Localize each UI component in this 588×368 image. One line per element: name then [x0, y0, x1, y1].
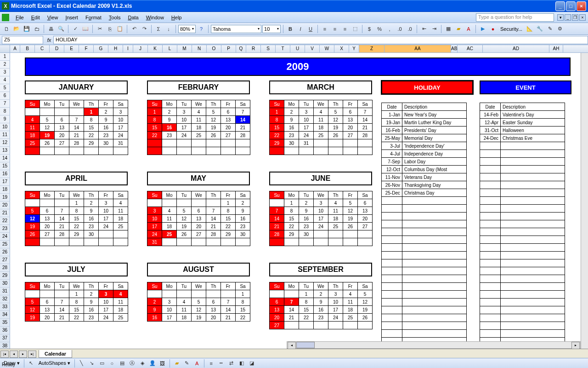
cut-icon[interactable]: ✂	[95, 24, 104, 34]
help-search-input[interactable]: Type a question for help	[476, 13, 554, 22]
row-header-2[interactable]: 2	[0, 61, 10, 69]
row-header-17[interactable]: 17	[0, 178, 10, 186]
menu-file[interactable]: File	[12, 14, 28, 21]
paste-icon[interactable]: 📋	[115, 24, 124, 34]
text-color-icon[interactable]: A	[192, 359, 202, 368]
row-header-7[interactable]: 7	[0, 100, 10, 108]
font-name-select[interactable]: Tahoma▾	[211, 25, 261, 33]
data-list[interactable]: DateDescription14-FebValentine's Day12-A…	[480, 103, 565, 349]
col-header-J[interactable]: J	[133, 45, 148, 52]
col-header-K[interactable]: K	[148, 45, 163, 52]
vb-icon[interactable]: 📐	[525, 24, 534, 34]
menu-tools[interactable]: Tools	[105, 14, 124, 21]
open-icon[interactable]: 📂	[12, 24, 21, 34]
col-header-P[interactable]: P	[221, 45, 236, 52]
tab-last-button[interactable]: ▸|	[28, 351, 36, 358]
line-style-icon[interactable]: ≡	[207, 359, 216, 368]
row-header-23[interactable]: 23	[0, 225, 10, 233]
menu-format[interactable]: Format	[82, 14, 105, 21]
row-header-25[interactable]: 25	[0, 241, 10, 248]
maximize-button[interactable]: □	[566, 1, 576, 11]
name-box[interactable]: Z5	[2, 36, 43, 44]
doc-restore-button[interactable]: ❐	[572, 14, 578, 21]
design-icon[interactable]: ✎	[545, 24, 554, 34]
research-icon[interactable]: 📖	[81, 24, 90, 34]
save-icon[interactable]: 💾	[22, 24, 31, 34]
shadow-icon[interactable]: ◧	[237, 359, 246, 368]
undo-icon[interactable]: ↶	[130, 24, 139, 34]
col-header-AC[interactable]: AC	[458, 45, 483, 52]
row-header-27[interactable]: 27	[0, 256, 10, 264]
row-header-18[interactable]: 18	[0, 186, 10, 194]
row-header-5[interactable]: 5	[0, 84, 10, 92]
textbox-icon[interactable]: ▤	[118, 359, 127, 368]
align-right-icon[interactable]: ≡	[340, 24, 350, 34]
inc-indent-icon[interactable]: ⇥	[430, 24, 439, 34]
month-grid-july[interactable]: SuMoTuWeThFrSa12345678910111213141516171…	[25, 282, 128, 322]
month-grid-april[interactable]: SuMoTuWeThFrSa12345678910111213141516171…	[25, 191, 128, 246]
macro-record-icon[interactable]: ●	[488, 24, 498, 34]
menu-window[interactable]: Window	[142, 14, 168, 21]
permission-icon[interactable]: 🗀	[32, 24, 41, 34]
comma-icon[interactable]: ,	[385, 24, 394, 34]
col-header-M[interactable]: M	[177, 45, 192, 52]
col-header-V[interactable]: V	[305, 45, 320, 52]
font-color-icon[interactable]: A	[464, 24, 473, 34]
row-header-28[interactable]: 28	[0, 264, 10, 272]
col-header-W[interactable]: W	[320, 45, 334, 52]
row-header-38[interactable]: 38	[0, 342, 10, 349]
arrow-style-icon[interactable]: ⇄	[227, 359, 236, 368]
3d-icon[interactable]: ◪	[247, 359, 256, 368]
col-header-N[interactable]: N	[192, 45, 207, 52]
menu-view[interactable]: View	[44, 14, 62, 21]
col-header-G[interactable]: G	[94, 45, 108, 52]
redo-icon[interactable]: ↷	[140, 24, 149, 34]
col-header-L[interactable]: L	[163, 45, 177, 52]
col-header-T[interactable]: T	[276, 45, 290, 52]
percent-icon[interactable]: %	[375, 24, 384, 34]
col-header-U[interactable]: U	[290, 45, 305, 52]
fill-icon[interactable]: ▰	[172, 359, 181, 368]
row-header-8[interactable]: 8	[0, 108, 10, 115]
col-header-AD[interactable]: AD	[483, 45, 549, 52]
data-list[interactable]: DateDescription1-JanNew Year's Day19-Jan…	[381, 103, 467, 349]
menu-edit[interactable]: Edit	[28, 14, 44, 21]
copy-icon[interactable]: ⎘	[105, 24, 114, 34]
row-header-32[interactable]: 32	[0, 295, 10, 303]
merge-icon[interactable]: ⬚	[351, 24, 360, 34]
menu-help[interactable]: Help	[168, 14, 186, 21]
row-header-6[interactable]: 6	[0, 92, 10, 100]
print-icon[interactable]: 🖶	[46, 24, 56, 34]
col-header-R[interactable]: R	[246, 45, 261, 52]
underline-button[interactable]: U	[306, 24, 315, 34]
row-header-37[interactable]: 37	[0, 334, 10, 342]
minimize-button[interactable]: _	[555, 1, 565, 11]
vertical-scrollbar[interactable]	[581, 53, 588, 349]
row-header-12[interactable]: 12	[0, 139, 10, 147]
row-header-24[interactable]: 24	[0, 233, 10, 241]
inc-decimal-icon[interactable]: .0	[395, 24, 404, 34]
col-header-AB[interactable]: AB	[451, 45, 458, 52]
col-header-I[interactable]: I	[123, 45, 133, 52]
spell-icon[interactable]: ✓	[71, 24, 80, 34]
align-center-icon[interactable]: ≡	[330, 24, 339, 34]
sort-icon[interactable]: ↓	[164, 24, 173, 34]
col-header-Y[interactable]: Y	[349, 45, 359, 52]
macro-play-icon[interactable]: ▶	[478, 24, 487, 34]
select-all-corner[interactable]	[0, 45, 10, 52]
row-header-3[interactable]: 3	[0, 69, 10, 76]
month-grid-september[interactable]: SuMoTuWeThFrSa12345678910111213141516171…	[269, 282, 373, 329]
cell-grid[interactable]: 2009 HOLIDAY EVENT JANUARYSuMoTuWeThFrSa…	[10, 53, 580, 349]
month-grid-march[interactable]: SuMoTuWeThFrSa12345678910111213141516171…	[269, 100, 373, 155]
row-header-9[interactable]: 9	[0, 115, 10, 123]
zoom-select[interactable]: 80%▾	[178, 25, 196, 33]
picture-icon[interactable]: 🖼	[158, 359, 167, 368]
row-header-11[interactable]: 11	[0, 131, 10, 139]
autoshapes-menu[interactable]: AutoShapes ▾	[37, 360, 72, 366]
menu-insert[interactable]: Insert	[62, 14, 82, 21]
controls-icon[interactable]: ⚙	[555, 24, 565, 34]
clipart-icon[interactable]: 👤	[148, 359, 157, 368]
row-header-20[interactable]: 20	[0, 201, 10, 209]
doc-icon[interactable]	[2, 14, 9, 21]
col-header-Q[interactable]: Q	[236, 45, 246, 52]
